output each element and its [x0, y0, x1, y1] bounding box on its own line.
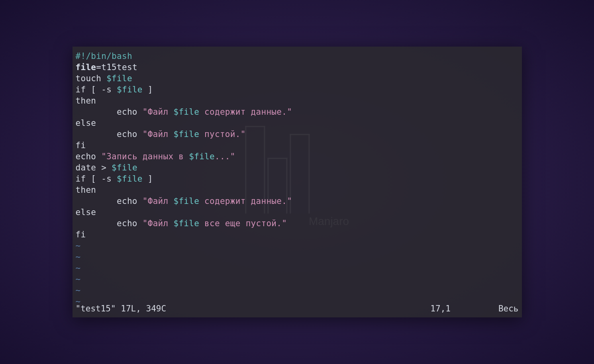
code-segment: fi [76, 141, 86, 150]
terminal-window[interactable]: Manjaro #!/bin/bashfile=t15testtouch $fi… [73, 47, 522, 317]
code-segment: $file [117, 85, 143, 94]
code-segment: else [76, 207, 96, 217]
code-line[interactable]: else [76, 117, 519, 129]
empty-line-tilde: ~ [76, 240, 519, 251]
code-segment: date > [76, 163, 112, 172]
code-segment: "Файл [143, 107, 174, 117]
code-segment: echo [76, 196, 143, 206]
empty-line-tilde: ~ [76, 274, 519, 285]
code-segment: fi [76, 230, 86, 239]
code-segment: $file [173, 219, 199, 228]
code-segment: пустой." [199, 129, 246, 139]
code-segment: if [ -s [76, 85, 117, 94]
code-segment: #!/bin/bash [76, 51, 132, 61]
code-segment: echo [76, 219, 143, 228]
empty-line-tilde: ~ [76, 285, 519, 296]
code-line[interactable]: file=t15test [76, 62, 519, 73]
code-line[interactable]: date > $file [76, 162, 519, 173]
code-segment: then [76, 185, 96, 195]
code-segment: "Файл [143, 129, 174, 139]
code-segment: "Файл [143, 196, 174, 206]
code-line[interactable]: then [76, 184, 519, 196]
code-segment: then [76, 96, 96, 106]
code-segment: =t15test [96, 63, 137, 72]
code-line[interactable]: echo "Файл $file содержит данные." [76, 106, 519, 117]
code-segment: file [76, 63, 96, 72]
code-line[interactable]: echo "Файл $file содержит данные." [76, 196, 519, 207]
code-segment: $file [173, 107, 199, 117]
code-line[interactable]: echo "Файл $file все еще пустой." [76, 218, 519, 229]
code-segment: $file [112, 163, 137, 172]
code-segment: touch [76, 74, 107, 83]
code-segment: ] [143, 85, 153, 94]
code-line[interactable]: then [76, 95, 519, 106]
code-line[interactable]: #!/bin/bash [76, 51, 519, 62]
code-line[interactable]: else [76, 207, 519, 218]
code-segment: $file [173, 196, 199, 206]
vim-status-bar: "test15" 17L, 349C 17,1 Весь [76, 304, 519, 313]
code-segment: ] [143, 174, 153, 184]
code-segment: else [76, 118, 96, 128]
editor-buffer[interactable]: #!/bin/bashfile=t15testtouch $fileif [ -… [73, 47, 522, 311]
code-segment: echo [76, 107, 143, 117]
code-line[interactable]: touch $file [76, 73, 519, 84]
code-segment: содержит данные." [199, 107, 292, 117]
code-segment: $file [106, 74, 132, 83]
code-segment: echo [76, 129, 143, 139]
status-scroll-indicator: Весь [498, 304, 519, 313]
code-line[interactable]: echo "Запись данных в $file..." [76, 151, 519, 162]
status-filename: "test15" 17L, 349C [76, 304, 167, 313]
code-line[interactable]: if [ -s $file ] [76, 84, 519, 95]
code-segment: ..." [215, 152, 235, 161]
code-segment: содержит данные." [199, 196, 292, 206]
code-line[interactable]: fi [76, 140, 519, 151]
code-segment: все еще пустой." [199, 219, 287, 228]
code-segment: if [ -s [76, 174, 117, 184]
code-segment: $file [117, 174, 143, 184]
code-segment: $file [173, 129, 199, 139]
empty-line-tilde: ~ [76, 251, 519, 262]
status-cursor-position: 17,1 [430, 304, 451, 313]
code-line[interactable]: if [ -s $file ] [76, 173, 519, 184]
code-segment: "Файл [143, 219, 174, 228]
empty-line-tilde: ~ [76, 262, 519, 274]
code-line[interactable]: echo "Файл $file пустой." [76, 129, 519, 140]
code-segment: $file [189, 152, 215, 161]
code-segment: echo [76, 152, 102, 161]
code-segment: "Запись данных в [101, 152, 189, 161]
code-line[interactable]: fi [76, 229, 519, 240]
